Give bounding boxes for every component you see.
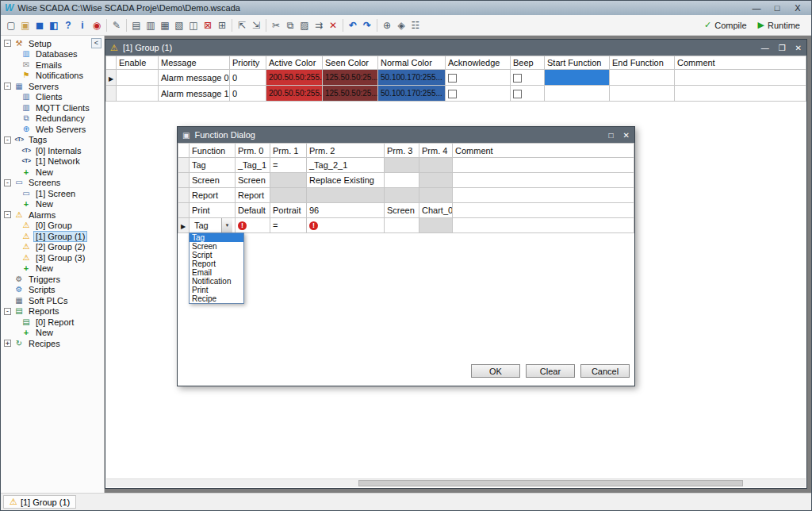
- comment-cell[interactable]: [675, 86, 806, 102]
- maximize-icon[interactable]: □: [609, 131, 614, 140]
- comment-cell[interactable]: [675, 70, 806, 86]
- sidebar-item-triggers[interactable]: ⚙ Triggers: [1, 274, 104, 285]
- function-combo-cell[interactable]: Tag ▼: [190, 218, 236, 233]
- dropdown-option-notification[interactable]: Notification: [190, 277, 243, 286]
- enable-cell[interactable]: [117, 70, 159, 86]
- dropdown-option-email[interactable]: Email: [190, 268, 243, 277]
- sidebar-item-alarms-new[interactable]: + New: [1, 263, 104, 275]
- sidebar-item-redundancy[interactable]: ⧉ Redundancy: [1, 113, 104, 125]
- prm0-cell[interactable]: Default: [236, 203, 270, 218]
- sidebar-item-screens[interactable]: - ▭ Screens: [1, 178, 104, 189]
- end-function-cell[interactable]: [610, 70, 675, 86]
- sitemap-icon[interactable]: ☷: [408, 18, 423, 33]
- column-header-prm3[interactable]: Prm. 3: [385, 144, 419, 158]
- message-cell[interactable]: Alarm message 1!: [159, 86, 230, 102]
- comment-cell[interactable]: [453, 173, 634, 188]
- expander-icon[interactable]: -: [4, 211, 11, 218]
- prm0-cell-error[interactable]: [236, 218, 270, 233]
- expander-icon[interactable]: -: [4, 136, 11, 144]
- sidebar-item-clients[interactable]: ▥ Clients: [1, 92, 104, 103]
- ok-button[interactable]: OK: [471, 364, 520, 378]
- edit-icon[interactable]: ✎: [109, 18, 124, 33]
- priority-cell[interactable]: 0: [230, 86, 266, 102]
- sidebar-item-setup[interactable]: - ⚒ Setup: [1, 38, 104, 49]
- beep-cell[interactable]: [511, 70, 545, 86]
- column-header-beep[interactable]: Beep: [511, 56, 545, 70]
- prm4-cell[interactable]: Chart_0: [419, 203, 453, 218]
- restore-icon[interactable]: ❐: [779, 44, 786, 52]
- prm3-cell[interactable]: Screen: [385, 203, 419, 218]
- cut-icon[interactable]: ✂: [269, 18, 283, 33]
- comment-cell[interactable]: [453, 218, 634, 233]
- new-icon[interactable]: ▢: [4, 18, 18, 33]
- column-header-seen-color[interactable]: Seen Color: [323, 56, 378, 70]
- sidebar-item-group-2[interactable]: ⚠ [2] Group (2): [1, 242, 104, 253]
- paste-icon[interactable]: ▨: [297, 18, 312, 33]
- copy-icon[interactable]: ⧉: [283, 18, 297, 33]
- alarm-window-titlebar[interactable]: ⚠ [1] Group (1) — ❐ ✕: [105, 40, 806, 56]
- dropdown-option-report[interactable]: Report: [190, 259, 243, 268]
- row-selector[interactable]: [178, 173, 190, 188]
- function-dialog-titlebar[interactable]: ▣ Function Dialog □ ✕: [178, 127, 634, 143]
- sidebar-item-group-0[interactable]: ⚠ [0] Group: [1, 221, 104, 232]
- column-header-comment[interactable]: Comment: [675, 56, 806, 70]
- acknowledge-checkbox[interactable]: [448, 90, 457, 98]
- clear-button[interactable]: Clear: [526, 364, 575, 378]
- seen-color-cell[interactable]: 125.50.50:25...: [323, 70, 378, 86]
- comment-cell[interactable]: [453, 188, 634, 203]
- power-icon[interactable]: ◉: [90, 18, 104, 33]
- row-selector[interactable]: [178, 188, 190, 203]
- merge-icon[interactable]: ⇉: [312, 18, 326, 33]
- dropdown-option-script[interactable]: Script: [190, 251, 243, 259]
- start-function-cell[interactable]: [545, 86, 610, 102]
- enable-cell[interactable]: [117, 86, 159, 102]
- comment-cell[interactable]: [453, 158, 634, 173]
- ungroup-icon[interactable]: ⊠: [201, 18, 215, 33]
- column-header-active-color[interactable]: Active Color: [266, 56, 323, 70]
- expander-icon[interactable]: -: [4, 83, 11, 90]
- sidebar-item-databases[interactable]: ▥ Databases: [1, 49, 104, 60]
- compile-button[interactable]: ✓ Compile: [704, 20, 747, 30]
- column-header-end-function[interactable]: End Function: [610, 56, 675, 70]
- sidebar-item-mqtt-clients[interactable]: ▥ MQTT Clients: [1, 102, 104, 113]
- function-cell[interactable]: Tag: [190, 158, 236, 173]
- column-header-acknowledge[interactable]: Acknowledge: [446, 56, 511, 70]
- sidebar-collapse-button[interactable]: <: [91, 38, 102, 48]
- expander-icon[interactable]: +: [4, 340, 11, 347]
- normal-color-cell[interactable]: 50.100.170:255...: [378, 70, 446, 86]
- sidebar-item-web-servers[interactable]: ⊕ Web Servers: [1, 124, 104, 135]
- column-header-priority[interactable]: Priority: [230, 56, 266, 70]
- acknowledge-checkbox[interactable]: [448, 74, 457, 83]
- beep-checkbox[interactable]: [513, 90, 522, 98]
- prm2-cell[interactable]: _Tag_2_1: [307, 158, 385, 173]
- row-selector[interactable]: [178, 203, 190, 218]
- prm0-cell[interactable]: _Tag_1: [236, 158, 270, 173]
- sidebar-item-notifications[interactable]: ⚑ Notifications: [1, 71, 104, 82]
- column-header-normal-color[interactable]: Normal Color: [378, 56, 446, 70]
- cancel-button[interactable]: Cancel: [580, 364, 630, 378]
- column-header-function[interactable]: Function: [190, 144, 236, 158]
- row-selector[interactable]: [106, 86, 117, 102]
- maximize-icon[interactable]: □: [768, 3, 787, 13]
- sidebar-item-scripts[interactable]: ⚙ Scripts: [1, 285, 104, 296]
- delete-icon[interactable]: ✕: [326, 18, 340, 33]
- prm1-cell[interactable]: Portrait: [270, 203, 307, 218]
- function-cell[interactable]: Print: [190, 203, 236, 218]
- sidebar-item-soft-plcs[interactable]: ▦ Soft PLCs: [1, 295, 104, 306]
- minimize-icon[interactable]: —: [761, 44, 769, 52]
- prm0-cell[interactable]: Screen: [236, 173, 270, 188]
- dropdown-option-recipe[interactable]: Recipe: [190, 294, 243, 303]
- undo-icon[interactable]: ↶: [346, 18, 360, 33]
- seen-color-cell[interactable]: 125.50.50:25...: [323, 86, 378, 102]
- grid-icon[interactable]: ⊞: [215, 18, 229, 33]
- dropdown-option-print[interactable]: Print: [190, 286, 243, 294]
- expander-icon[interactable]: -: [4, 308, 11, 315]
- expander-icon[interactable]: -: [4, 40, 11, 47]
- close-icon[interactable]: ✕: [795, 44, 802, 52]
- column-header-prm0[interactable]: Prm. 0: [236, 144, 270, 158]
- scrollbar-thumb[interactable]: [358, 480, 743, 486]
- column-header-prm4[interactable]: Prm. 4: [419, 144, 453, 158]
- open-icon[interactable]: ▣: [18, 18, 33, 33]
- column-header-enable[interactable]: Enable: [117, 56, 159, 70]
- sidebar-item-reports[interactable]: - ▤ Reports: [1, 306, 104, 317]
